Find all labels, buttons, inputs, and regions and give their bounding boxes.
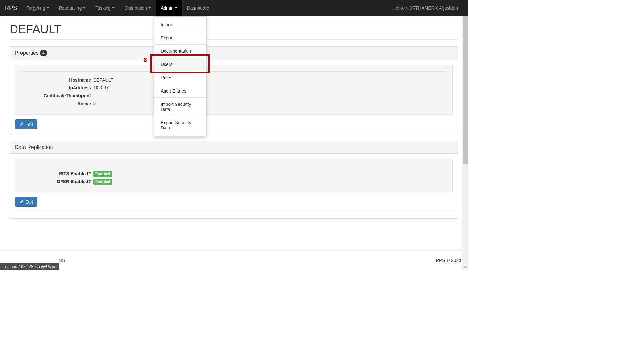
active-value bbox=[93, 100, 446, 107]
vertical-scrollbar[interactable]: ▲ ▼ bbox=[462, 0, 468, 270]
divider bbox=[21, 165, 446, 165]
bits-status-badge: Enabled bbox=[93, 171, 112, 177]
user-greeting: Hello, NORTHAMERICA\justden bbox=[388, 1, 463, 16]
footer-ms-link[interactable]: MS bbox=[58, 258, 65, 263]
navbar: RPS Targeting Resourcing Tasking Distrib… bbox=[0, 0, 468, 16]
nav-admin-label: Admin bbox=[161, 6, 174, 11]
callout-number: 6 bbox=[143, 56, 147, 64]
page-title: DEFAULT bbox=[10, 23, 458, 40]
cert-thumbprint-label: CertificateThumbprint bbox=[21, 92, 93, 99]
admin-menu-users[interactable]: Users bbox=[154, 58, 206, 71]
edit-label: Edit bbox=[25, 199, 33, 204]
cert-thumbprint-value bbox=[93, 92, 446, 99]
replication-panel: Data Replication BITS Enabled? Enabled D… bbox=[10, 141, 458, 212]
nav-distribution[interactable]: Distribution bbox=[119, 0, 156, 16]
caret-icon bbox=[83, 7, 85, 9]
bits-label: BITS Enabled? bbox=[21, 170, 93, 177]
active-checkbox bbox=[93, 102, 97, 106]
admin-dropdown: Import Export Documentation Users Roles … bbox=[154, 16, 207, 136]
replication-body: BITS Enabled? Enabled DFSR Enabled? Enab… bbox=[10, 154, 458, 212]
admin-menu-roles[interactable]: Roles bbox=[154, 71, 206, 84]
dfsr-label: DFSR Enabled? bbox=[21, 178, 93, 185]
admin-menu-import[interactable]: Import bbox=[154, 18, 206, 31]
dfsr-status-badge: Enabled bbox=[93, 179, 112, 185]
caret-icon bbox=[148, 7, 151, 9]
brand-link[interactable]: RPS bbox=[5, 5, 22, 12]
admin-menu-import-security[interactable]: Import Security Data bbox=[154, 98, 206, 116]
admin-menu-export[interactable]: Export bbox=[154, 31, 206, 44]
scroll-down-arrow-icon[interactable]: ▼ bbox=[462, 264, 468, 270]
edit-icon bbox=[19, 122, 24, 127]
replication-list: BITS Enabled? Enabled DFSR Enabled? Enab… bbox=[21, 170, 446, 185]
properties-heading: Properties 4 bbox=[10, 47, 458, 60]
nav-distribution-label: Distribution bbox=[124, 6, 147, 11]
main-container: DEFAULT Properties 4 Hostname DEFAULT Ip bbox=[5, 16, 463, 233]
caret-icon bbox=[175, 7, 177, 9]
replication-edit-button[interactable]: Edit bbox=[15, 197, 37, 207]
admin-menu-audit-entries[interactable]: Audit Entries bbox=[154, 84, 206, 97]
nav-resourcing-label: Resourcing bbox=[59, 6, 82, 11]
caret-icon bbox=[47, 7, 49, 9]
footer: MS RPS © 2020 bbox=[0, 250, 468, 270]
next-panel-partial bbox=[10, 218, 458, 220]
hostname-label: Hostname bbox=[21, 76, 93, 83]
admin-menu-export-security[interactable]: Export Security Data bbox=[154, 116, 206, 134]
properties-list: Hostname DEFAULT IpAddress 10.0.0.0 Cert… bbox=[21, 76, 446, 107]
properties-badge: 4 bbox=[40, 50, 47, 56]
nav-tasking[interactable]: Tasking bbox=[90, 0, 119, 16]
nav-admin[interactable]: Admin bbox=[156, 0, 182, 16]
nav-resourcing[interactable]: Resourcing bbox=[54, 0, 91, 16]
replication-heading: Data Replication bbox=[10, 141, 458, 154]
footer-copyright: RPS © 2020 bbox=[436, 258, 461, 263]
scroll-thumb[interactable] bbox=[463, 6, 468, 164]
active-label: Active bbox=[21, 100, 93, 107]
divider bbox=[21, 71, 446, 72]
browser-status-bar: localhost:16845/Security/Users bbox=[0, 263, 59, 270]
ipaddress-value: 10.0.0.0 bbox=[93, 84, 446, 91]
edit-label: Edit bbox=[25, 122, 33, 127]
nav-dashboard[interactable]: Dashboard bbox=[182, 0, 214, 16]
properties-edit-button[interactable]: Edit bbox=[15, 119, 37, 129]
ipaddress-label: IpAddress bbox=[21, 84, 93, 91]
admin-menu-documentation[interactable]: Documentation bbox=[154, 45, 206, 58]
edit-icon bbox=[19, 200, 24, 204]
nav-tasking-label: Tasking bbox=[95, 6, 110, 11]
dfsr-value: Enabled bbox=[93, 178, 446, 185]
nav-targeting-label: Targeting bbox=[27, 6, 45, 11]
properties-well: Hostname DEFAULT IpAddress 10.0.0.0 Cert… bbox=[15, 65, 453, 115]
properties-panel: Properties 4 Hostname DEFAULT IpAddress … bbox=[10, 46, 458, 134]
replication-well: BITS Enabled? Enabled DFSR Enabled? Enab… bbox=[15, 159, 453, 193]
bits-value: Enabled bbox=[93, 170, 446, 177]
properties-heading-text: Properties bbox=[15, 50, 39, 56]
nav-targeting[interactable]: Targeting bbox=[22, 0, 54, 16]
properties-body: Hostname DEFAULT IpAddress 10.0.0.0 Cert… bbox=[10, 60, 458, 134]
caret-icon bbox=[112, 7, 115, 9]
hostname-value: DEFAULT bbox=[93, 76, 446, 83]
